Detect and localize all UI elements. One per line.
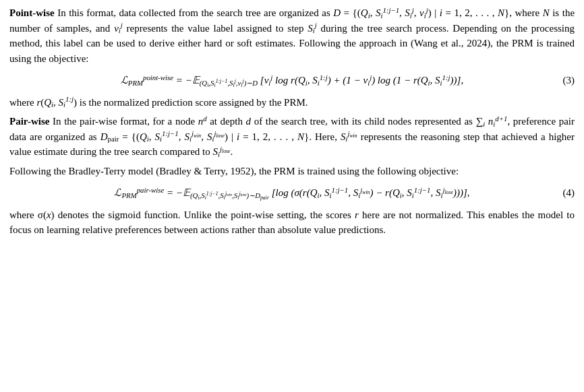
equation-3-tag: (3) bbox=[563, 73, 575, 88]
bradley-paragraph: Following the Bradley-Terry model (Bradl… bbox=[9, 164, 575, 179]
equation-4-tag: (4) bbox=[563, 185, 575, 201]
equation-4-content: ℒPRMpair-wise = −𝔼(Qi,Si1:j−1,Sijwin,Sij… bbox=[114, 185, 469, 201]
where-r-paragraph: where r(Qi, Si1:j) is the normalized pre… bbox=[9, 95, 575, 110]
pairwise-text: In the pair-wise format, for a node nd a… bbox=[9, 116, 575, 157]
main-content: Point-wise In this format, data collecte… bbox=[9, 5, 575, 238]
pointwise-paragraph: Point-wise In this format, data collecte… bbox=[9, 5, 575, 66]
equation-4-wrapper: ℒPRMpair-wise = −𝔼(Qi,Si1:j−1,Sijwin,Sij… bbox=[9, 185, 575, 201]
equation-3-wrapper: ℒPRMpoint-wise = −𝔼(Qi,Si1:j−1,Sij,vij)∼… bbox=[9, 73, 575, 88]
sigma-paragraph: where σ(x) denotes the sigmoid function.… bbox=[9, 207, 575, 238]
pairwise-paragraph: Pair-wise In the pair-wise format, for a… bbox=[9, 114, 575, 160]
where-r-text: where r(Qi, Si1:j) is the normalized pre… bbox=[9, 97, 308, 108]
bradley-text: Following the Bradley-Terry model (Bradl… bbox=[9, 166, 459, 176]
pointwise-intro-text: In this format, data collected from the … bbox=[9, 7, 575, 64]
pairwise-label: Pair-wise bbox=[9, 116, 49, 127]
sigma-text: where σ(x) denotes the sigmoid function.… bbox=[9, 209, 575, 236]
pointwise-label: Point-wise bbox=[9, 7, 55, 18]
equation-3-content: ℒPRMpoint-wise = −𝔼(Qi,Si1:j−1,Sij,vij)∼… bbox=[121, 73, 463, 88]
